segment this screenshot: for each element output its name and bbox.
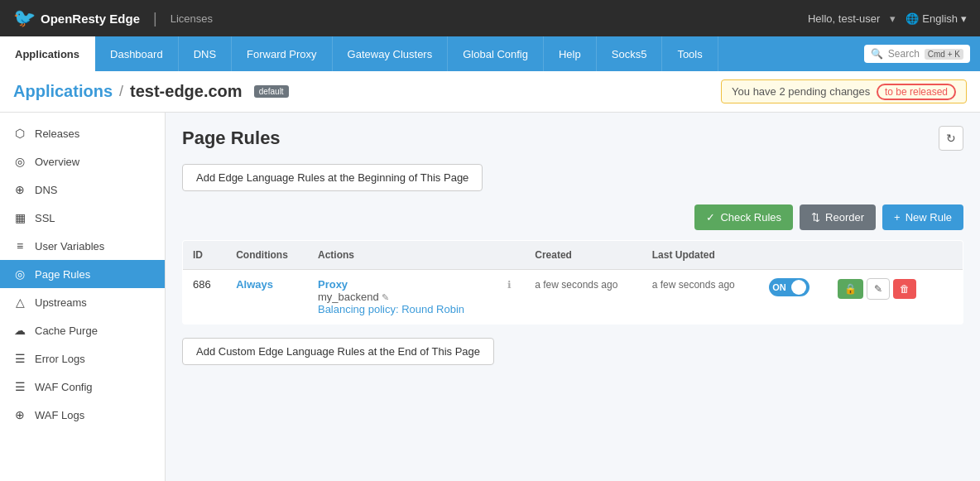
top-bar-left: 🐦 OpenResty Edge | Licenses <box>13 7 213 29</box>
sidebar-label-ssl: SSL <box>35 212 55 224</box>
release-link[interactable]: to be released <box>877 84 956 100</box>
edit-backend-icon[interactable]: ✎ <box>382 292 389 302</box>
nav-tab-gateway-clusters[interactable]: Gateway Clusters <box>333 36 449 71</box>
reorder-label: Reorder <box>825 211 864 224</box>
reorder-icon: ⇅ <box>811 211 820 224</box>
nav-bar: Applications Dashboard DNS Forward Proxy… <box>0 36 980 71</box>
sidebar-item-waf-logs[interactable]: ⊕ WAF Logs <box>0 401 165 429</box>
breadcrumb: Applications / test-edge.com default <box>13 82 289 101</box>
backend-name: my_backend <box>318 291 379 303</box>
upstreams-icon: △ <box>13 296 26 309</box>
row-action-buttons: 🔒 ✎ 🗑 <box>838 278 930 300</box>
user-dropdown-icon[interactable]: ▾ <box>890 12 896 25</box>
col-last-updated: Last Updated <box>642 241 759 270</box>
nav-tab-forward-proxy[interactable]: Forward Proxy <box>232 36 333 71</box>
licenses-link[interactable]: Licenses <box>171 12 213 25</box>
sidebar-item-error-logs[interactable]: ☰ Error Logs <box>0 344 165 373</box>
releases-icon: ⬡ <box>13 127 26 140</box>
hello-user: Hello, test-user <box>808 12 880 25</box>
check-rules-button[interactable]: ✓ Check Rules <box>694 204 793 230</box>
sidebar-item-user-variables[interactable]: ≡ User Variables <box>0 232 165 260</box>
new-rule-icon: + <box>894 211 901 224</box>
proxy-link[interactable]: Proxy <box>318 278 348 291</box>
row-last-updated: a few seconds ago <box>642 270 759 325</box>
sidebar-label-cache-purge: Cache Purge <box>35 325 98 337</box>
reorder-button[interactable]: ⇅ Reorder <box>800 204 876 230</box>
rules-table: ID Conditions Actions Created Last Updat… <box>182 240 963 325</box>
sidebar-item-releases[interactable]: ⬡ Releases <box>0 119 165 147</box>
sidebar: ⬡ Releases ◎ Overview ⊕ DNS ▦ SSL ≡ User… <box>0 113 166 481</box>
info-icon[interactable]: ℹ <box>507 279 512 291</box>
nav-tab-global-config[interactable]: Global Config <box>448 36 544 71</box>
dns-icon: ⊕ <box>13 183 26 196</box>
content-area: Page Rules ↻ Add Edge Language Rules at … <box>166 113 980 481</box>
col-conditions: Conditions <box>226 241 308 270</box>
row-actions: 🔒 ✎ 🗑 <box>828 270 940 325</box>
nav-tab-help[interactable]: Help <box>544 36 597 71</box>
language-label: English <box>922 12 958 25</box>
toggle-label: ON <box>772 282 790 292</box>
search-box[interactable]: 🔍 Search Cmd + K <box>864 45 970 63</box>
nav-tab-applications[interactable]: Applications <box>0 36 95 71</box>
add-bottom-rule-button[interactable]: Add Custom Edge Language Rules at the En… <box>182 338 494 365</box>
sidebar-item-upstreams[interactable]: △ Upstreams <box>0 288 165 316</box>
logo: 🐦 OpenResty Edge <box>13 7 140 29</box>
globe-icon: 🌐 <box>906 12 919 25</box>
user-variables-icon: ≡ <box>13 239 26 253</box>
sidebar-item-dns[interactable]: ⊕ DNS <box>0 176 165 204</box>
ssl-icon: ▦ <box>13 211 26 224</box>
sidebar-label-overview: Overview <box>35 156 79 168</box>
sidebar-label-page-rules: Page Rules <box>35 268 90 281</box>
top-bar-right: Hello, test-user ▾ 🌐 English ▾ <box>808 12 967 25</box>
col-actions2 <box>940 241 963 270</box>
sidebar-item-ssl[interactable]: ▦ SSL <box>0 204 165 232</box>
breadcrumb-app[interactable]: Applications <box>13 82 113 101</box>
created-text: a few seconds ago <box>535 279 617 291</box>
breadcrumb-domain: test-edge.com <box>130 82 243 101</box>
sidebar-item-cache-purge[interactable]: ☁ Cache Purge <box>0 316 165 344</box>
row-action-name: Proxy my_backend ✎ Balancing policy: Rou… <box>308 270 497 325</box>
balancing-link[interactable]: Balancing policy: Round Robin <box>318 303 464 315</box>
col-created: Created <box>525 241 641 270</box>
col-toggle <box>759 241 828 270</box>
sidebar-label-waf-logs: WAF Logs <box>35 409 84 421</box>
nav-tab-dns[interactable]: DNS <box>179 36 232 71</box>
row-id: 686 <box>183 270 227 325</box>
sidebar-label-waf-config: WAF Config <box>35 381 93 393</box>
lock-button[interactable]: 🔒 <box>838 279 863 299</box>
nav-tab-tools[interactable]: Tools <box>662 36 718 71</box>
sidebar-label-user-variables: User Variables <box>35 240 104 253</box>
pending-notice: You have 2 pending changes to be release… <box>721 79 967 103</box>
search-icon: 🔍 <box>871 48 883 60</box>
breadcrumb-bar: Applications / test-edge.com default You… <box>0 71 980 113</box>
logo-icon: 🐦 <box>13 7 36 29</box>
row-conditions: Always <box>226 270 308 325</box>
edit-button[interactable]: ✎ <box>867 278 890 300</box>
language-selector[interactable]: 🌐 English ▾ <box>906 12 967 25</box>
sidebar-item-page-rules[interactable]: ◎ Page Rules <box>0 260 165 288</box>
refresh-button[interactable]: ↻ <box>939 126 963 151</box>
check-rules-icon: ✓ <box>706 211 715 224</box>
cache-purge-icon: ☁ <box>13 324 26 337</box>
delete-button[interactable]: 🗑 <box>893 279 916 299</box>
sidebar-item-overview[interactable]: ◎ Overview <box>0 147 165 176</box>
new-rule-button[interactable]: + New Rule <box>882 204 963 230</box>
brand-name: OpenResty Edge <box>41 12 140 26</box>
nav-tab-socks5[interactable]: Socks5 <box>597 36 663 71</box>
sidebar-label-error-logs: Error Logs <box>35 353 85 365</box>
col-id: ID <box>183 241 227 270</box>
waf-config-icon: ☰ <box>13 380 26 393</box>
toggle-knob <box>791 280 806 295</box>
row-created: a few seconds ago <box>525 270 641 325</box>
always-badge: Always <box>236 278 273 291</box>
overview-icon: ◎ <box>13 155 26 168</box>
sidebar-item-waf-config[interactable]: ☰ WAF Config <box>0 373 165 401</box>
page-rules-icon: ◎ <box>13 267 26 281</box>
search-placeholder: Search <box>888 48 920 60</box>
col-actions: Actions <box>308 241 525 270</box>
nav-tab-dashboard[interactable]: Dashboard <box>95 36 179 71</box>
enabled-toggle[interactable]: ON <box>769 278 809 296</box>
add-top-rule-button[interactable]: Add Edge Language Rules at the Beginning… <box>182 164 483 191</box>
default-badge: default <box>254 85 289 98</box>
sidebar-label-releases: Releases <box>35 127 79 140</box>
